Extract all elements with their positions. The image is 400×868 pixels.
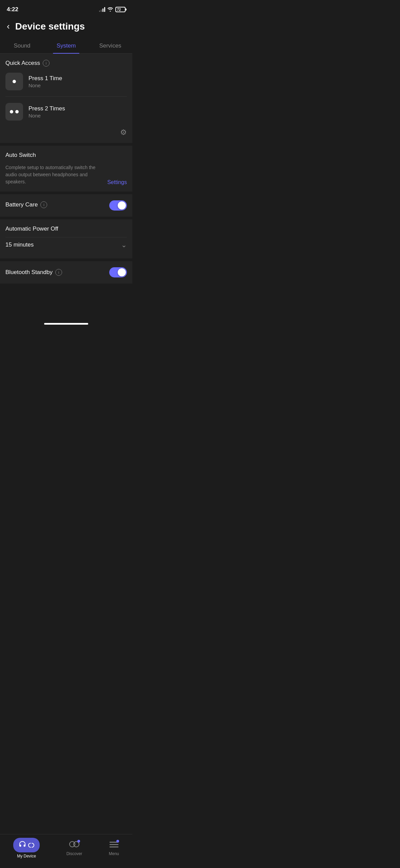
press-2-label: Press 2 Times <box>28 105 65 112</box>
auto-power-off-title: Automatic Power Off <box>5 225 127 232</box>
battery-care-toggle[interactable] <box>109 200 127 211</box>
auto-switch-description: Complete setup to automatically switch t… <box>5 164 107 185</box>
toggle-knob <box>118 201 126 210</box>
press-2-icon <box>5 103 23 121</box>
bluetooth-toggle-knob <box>118 268 126 276</box>
press-1-icon <box>5 73 23 90</box>
battery-icon: 72 <box>115 7 126 12</box>
status-bar: 4:22 72 <box>0 0 132 17</box>
press-2-info: Press 2 Times None <box>28 105 65 119</box>
wifi-icon <box>107 7 113 13</box>
auto-switch-content: Complete setup to automatically switch t… <box>5 161 127 185</box>
bluetooth-standby-title: Bluetooth Standby i <box>5 269 62 276</box>
home-indicator <box>44 323 88 325</box>
press-1-value: None <box>28 83 62 88</box>
status-icons: 72 <box>99 7 126 13</box>
battery-care-title: Battery Care i <box>5 201 47 208</box>
double-dot-2-icon <box>15 110 19 113</box>
battery-care-info-icon[interactable]: i <box>40 201 47 208</box>
single-dot-icon <box>13 80 16 83</box>
divider <box>5 96 127 97</box>
quick-access-title: Quick Access i <box>5 60 127 67</box>
press-2-value: None <box>28 113 65 119</box>
battery-care-section: Battery Care i <box>0 194 132 217</box>
battery-care-row: Battery Care i <box>5 200 127 211</box>
quick-access-info-icon[interactable]: i <box>43 60 50 67</box>
page-title: Device settings <box>15 21 85 32</box>
signal-icon <box>99 7 105 12</box>
auto-switch-section: Auto Switch Complete setup to automatica… <box>0 146 132 192</box>
tab-system[interactable]: System <box>44 38 88 53</box>
content: Quick Access i Press 1 Time None Press 2… <box>0 54 132 320</box>
press-1-time-item[interactable]: Press 1 Time None <box>5 68 127 95</box>
press-2-times-item[interactable]: Press 2 Times None <box>5 98 127 125</box>
bluetooth-standby-toggle[interactable] <box>109 267 127 277</box>
auto-switch-settings-link[interactable]: Settings <box>107 179 127 185</box>
chevron-down-icon: ⌄ <box>121 241 127 249</box>
gear-icon[interactable]: ⚙ <box>120 128 127 137</box>
auto-switch-title: Auto Switch <box>5 152 127 159</box>
power-off-value: 15 minutes <box>5 241 34 248</box>
bluetooth-standby-info-icon[interactable]: i <box>55 269 62 276</box>
gear-row: ⚙ <box>5 125 127 137</box>
bluetooth-standby-row: Bluetooth Standby i <box>5 267 127 277</box>
double-dot-1-icon <box>10 110 13 113</box>
back-button[interactable]: ‹ <box>5 20 11 33</box>
bluetooth-standby-section: Bluetooth Standby i <box>0 261 132 284</box>
tab-sound[interactable]: Sound <box>0 38 44 53</box>
power-off-dropdown[interactable]: 15 minutes ⌄ <box>5 237 127 252</box>
press-1-info: Press 1 Time None <box>28 75 62 88</box>
header: ‹ Device settings <box>0 17 132 38</box>
quick-access-section: Quick Access i Press 1 Time None Press 2… <box>0 54 132 143</box>
tab-services[interactable]: Services <box>88 38 132 53</box>
auto-power-off-section: Automatic Power Off 15 minutes ⌄ <box>0 219 132 258</box>
press-1-label: Press 1 Time <box>28 75 62 82</box>
status-time: 4:22 <box>7 6 18 13</box>
tabs: Sound System Services <box>0 38 132 54</box>
